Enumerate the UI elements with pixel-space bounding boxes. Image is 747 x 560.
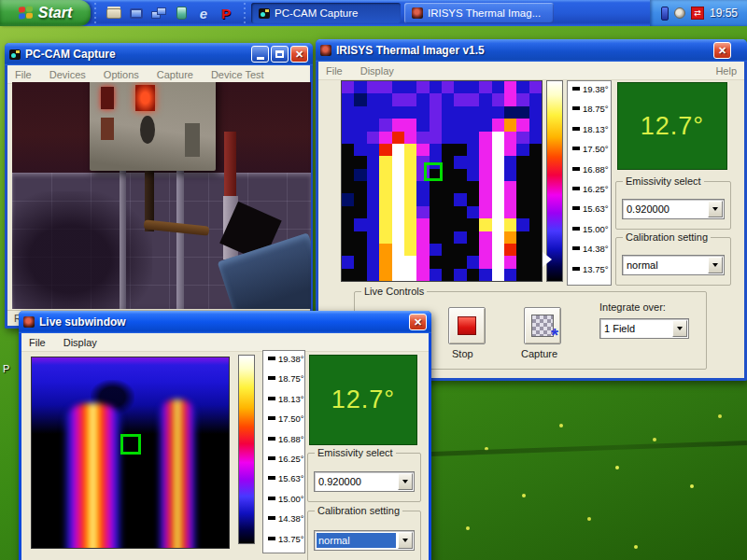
menu-item-device-test[interactable]: Device Test xyxy=(211,69,264,80)
scale-tick: 18.75° xyxy=(268,373,304,393)
subwindow-menubar: FileDisplay xyxy=(21,333,429,352)
taskbar-clock[interactable]: 19:55 xyxy=(710,7,738,20)
temperature-readout: 12.7° xyxy=(309,355,417,445)
dropdown-arrow-icon[interactable] xyxy=(398,532,413,549)
measurement-marker[interactable] xyxy=(120,434,141,455)
scale-tick: 19.38° xyxy=(268,354,304,373)
emissivity-select[interactable]: 0.920000 xyxy=(622,199,725,219)
scale-tick: 17.50° xyxy=(268,413,304,433)
menu-item-help[interactable]: Help xyxy=(715,65,737,77)
scale-pointer-icon[interactable] xyxy=(543,252,552,267)
dropdown-arrow-icon[interactable] xyxy=(708,201,723,217)
menu-item-options[interactable]: Options xyxy=(104,69,139,80)
close-button[interactable]: ✕ xyxy=(409,314,427,330)
desktop-icon[interactable] xyxy=(128,5,145,21)
camera-icon xyxy=(9,49,21,60)
calibration-group: Calibration setting normal xyxy=(615,237,731,286)
dropdown-arrow-icon[interactable] xyxy=(398,473,413,490)
measurement-marker[interactable] xyxy=(424,162,443,181)
subwindow-title: Live subwindow xyxy=(39,315,407,329)
thermal-app-icon xyxy=(23,316,35,328)
taskbar-separator xyxy=(92,3,98,23)
scale-tick: 15.00° xyxy=(572,224,611,244)
scale-tick: 16.25° xyxy=(268,454,304,473)
sync-icon[interactable]: ⇄ xyxy=(691,7,704,20)
irisys-menubar: FileDisplay Help xyxy=(318,62,744,80)
thermal-image[interactable] xyxy=(341,80,543,282)
scale-tick: 15.63° xyxy=(268,473,304,493)
scale-tick: 16.88° xyxy=(268,434,304,454)
webcam-image xyxy=(12,82,311,309)
maximize-button[interactable] xyxy=(271,46,289,63)
emissivity-group: Emissivity select 0.920000 xyxy=(307,453,421,502)
scale-tick: 14.38° xyxy=(572,244,611,263)
calibration-select[interactable]: normal xyxy=(622,255,725,275)
network-places-icon[interactable] xyxy=(150,5,167,21)
menu-item-capture[interactable]: Capture xyxy=(157,69,193,80)
taskbar-separator xyxy=(242,3,247,23)
pccam-menubar: FileDevicesOptionsCaptureDevice Test xyxy=(7,65,310,84)
menu-item-file[interactable]: File xyxy=(326,65,343,77)
hot-stripe-right xyxy=(158,399,197,549)
scale-tick: 16.88° xyxy=(572,164,611,184)
menu-item-file[interactable]: File xyxy=(29,337,46,348)
battery-icon[interactable] xyxy=(661,7,669,21)
scale-tick: 16.25° xyxy=(572,184,611,203)
minimize-button[interactable] xyxy=(251,46,269,63)
hot-stripe-left xyxy=(63,403,122,549)
stop-button[interactable] xyxy=(448,307,486,344)
desktop-icon-label[interactable]: P xyxy=(3,363,9,374)
start-button[interactable]: Start xyxy=(0,0,91,26)
scale-tick: 14.38° xyxy=(268,513,304,533)
subwindow-titlebar[interactable]: Live subwindow ✕ xyxy=(19,311,431,333)
color-scale-bar xyxy=(238,355,255,544)
system-tray: ⇄ 19:55 xyxy=(650,0,747,26)
close-button[interactable]: ✕ xyxy=(713,42,731,59)
thermal-app-icon xyxy=(320,45,331,56)
capture-button[interactable]: * xyxy=(524,307,561,344)
menu-item-devices[interactable]: Devices xyxy=(49,69,86,80)
pccam-window: PC-CAM Capture ✕ FileDevicesOptionsCaptu… xyxy=(5,43,313,329)
internet-explorer-icon[interactable]: e xyxy=(195,5,212,21)
scale-tick: 18.13° xyxy=(572,124,611,144)
thermal-app-icon xyxy=(412,7,423,19)
scale-tick: 13.75° xyxy=(572,264,611,284)
volume-icon[interactable] xyxy=(674,7,685,19)
task-button-irisys[interactable]: IRISYS Thermal Imag... xyxy=(404,3,554,23)
emissivity-group: Emissivity select 0.920000 xyxy=(615,181,731,230)
scale-tick: 17.50° xyxy=(572,144,611,163)
dropdown-arrow-icon[interactable] xyxy=(708,257,723,273)
red-pipe xyxy=(224,132,236,200)
menu-item-file[interactable]: File xyxy=(15,69,32,80)
scale-tick: 15.63° xyxy=(572,203,611,223)
task-button-pccam[interactable]: PC-CAM Capture xyxy=(251,3,401,23)
temperature-scale: 19.38°18.75°18.13°17.50°16.88°16.25°15.6… xyxy=(567,80,612,286)
dropdown-arrow-icon[interactable] xyxy=(672,320,687,337)
menu-item-display[interactable]: Display xyxy=(360,65,394,77)
quick-launch-bar: e P xyxy=(100,5,240,21)
temperature-scale: 19.38°18.75°18.13°17.50°16.88°16.25°15.6… xyxy=(262,350,305,553)
thermal-image-smooth[interactable] xyxy=(31,357,230,549)
scale-tick: 18.13° xyxy=(268,394,304,413)
pccam-titlebar[interactable]: PC-CAM Capture ✕ xyxy=(5,43,313,65)
recycle-bin-icon[interactable] xyxy=(173,5,190,21)
capture-icon: * xyxy=(531,315,554,337)
scale-tick: 13.13° xyxy=(572,284,611,286)
emissivity-select[interactable]: 0.920000 xyxy=(314,471,415,492)
desktop: P PC-CAM Capture ✕ FileDevicesOptionsCap… xyxy=(0,0,747,560)
scale-tick: 13.75° xyxy=(268,534,304,553)
boiler-unit xyxy=(90,82,215,171)
printer-icon[interactable] xyxy=(106,5,122,21)
irisys-titlebar[interactable]: IRISYS Thermal Imager v1.5 ✕ xyxy=(316,39,747,62)
calibration-select[interactable]: normal xyxy=(314,530,415,551)
pccam-window-title: PC-CAM Capture xyxy=(25,48,249,61)
pegasus-mail-icon[interactable]: P xyxy=(218,5,234,21)
integrate-select[interactable]: 1 Field xyxy=(599,318,689,339)
windows-logo-icon xyxy=(19,6,34,21)
wallpaper-ridge xyxy=(431,441,747,456)
temperature-readout: 12.7° xyxy=(617,82,727,170)
close-button[interactable]: ✕ xyxy=(290,46,308,63)
menu-item-display[interactable]: Display xyxy=(63,337,97,348)
scale-tick: 18.75° xyxy=(572,104,611,123)
taskbar: Start e P PC-CAM Capture IRISYS Thermal … xyxy=(0,0,747,26)
